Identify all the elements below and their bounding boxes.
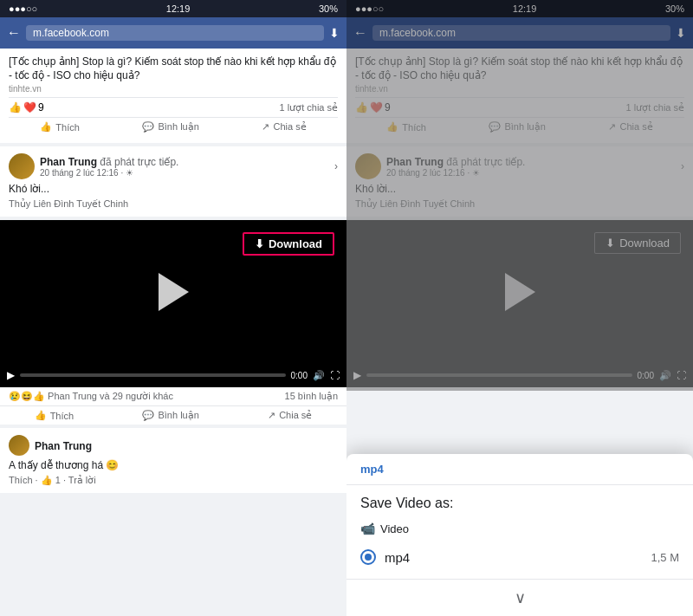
reaction-count: 9 bbox=[38, 101, 44, 113]
video-controls: ▶ 0:00 🔊 ⛶ bbox=[0, 363, 346, 387]
share-button-top[interactable]: ↗ Chia sẻ bbox=[262, 121, 306, 133]
bottom-reactions: 😢😆👍 Phan Trung và 29 người khác 15 bình … bbox=[0, 387, 346, 406]
reactions-right: 15 bình luận bbox=[285, 391, 338, 402]
avatar-img-second bbox=[9, 153, 35, 179]
post-time-second: 20 tháng 2 lúc 12:16 · ☀ bbox=[40, 168, 329, 178]
video-icon-small: 📹 bbox=[360, 522, 375, 535]
play-triangle-icon bbox=[159, 273, 189, 311]
post-subtext-second: Thủy Liên Đình Tuyết Chinh bbox=[9, 198, 338, 210]
play-button[interactable] bbox=[152, 270, 195, 314]
share-icon-btn: ↗ bbox=[262, 121, 269, 133]
bottom-actions: 👍 Thích 💬 Bình luận ↗ Chia sẻ bbox=[0, 406, 346, 425]
post-header-third: Phan Trung bbox=[9, 435, 338, 456]
actions-bar-top: 👍 Thích 💬 Bình luận ↗ Chia sẻ bbox=[9, 118, 338, 136]
avatar-img-third bbox=[9, 435, 29, 456]
post-meta-second: Phan Trung đã phát trực tiếp. 20 tháng 2… bbox=[40, 156, 329, 178]
browser-bar-left: ← m.facebook.com ⬇ bbox=[0, 17, 346, 49]
radio-inner-mp4 bbox=[365, 554, 372, 561]
signal-indicator: ●●●○○ bbox=[9, 3, 37, 14]
share-icon-bottom: ↗ bbox=[268, 410, 275, 421]
comment-button-top[interactable]: 💬 Bình luận bbox=[142, 121, 198, 133]
radio-button-mp4[interactable] bbox=[360, 549, 376, 565]
video-player[interactable]: ⬇ Download bbox=[0, 220, 346, 363]
format-section-label: 📹 Video bbox=[360, 522, 679, 535]
progress-bar[interactable] bbox=[20, 373, 286, 377]
post-text-second: Khó lời... bbox=[9, 183, 338, 195]
comment-icon-btn: 💬 bbox=[142, 121, 154, 133]
bottom-post: 😢😆👍 Phan Trung và 29 người khác 15 bình … bbox=[0, 387, 346, 425]
time-left: 12:19 bbox=[166, 3, 191, 14]
post-header-second: Phan Trung đã phát trực tiếp. 20 tháng 2… bbox=[9, 153, 338, 179]
like-button-top[interactable]: 👍 Thích bbox=[40, 121, 80, 133]
status-left: ●●●○○ bbox=[9, 3, 37, 14]
share-count-top: 1 lượt chia sẻ bbox=[280, 102, 338, 113]
status-right: 30% bbox=[319, 3, 338, 14]
download-arrow-icon: ⬇ bbox=[255, 237, 264, 250]
like-button-bottom[interactable]: 👍 Thích bbox=[35, 410, 74, 421]
poster-name-third: Phan Trung bbox=[35, 440, 92, 452]
save-video-title: Save Video as: bbox=[346, 485, 693, 516]
format-label-mp4: mp4 bbox=[385, 550, 410, 565]
comment-button-bottom[interactable]: 💬 Bình luận bbox=[142, 410, 198, 421]
status-bar-left: ●●●○○ 12:19 30% bbox=[0, 0, 346, 17]
fullscreen-icon[interactable]: ⛶ bbox=[330, 370, 340, 380]
content-area-left: [Tốc chụp ảnh] Stop là gì? Kiếm soát sto… bbox=[0, 49, 346, 616]
post-meta-third: Phan Trung bbox=[35, 438, 338, 453]
back-button-left[interactable]: ← bbox=[7, 26, 21, 40]
save-video-overlay: mp4 Save Video as: 📹 Video mp4 1,5 M ∨ bbox=[346, 454, 693, 616]
chevron-down-container[interactable]: ∨ bbox=[346, 579, 693, 616]
post-action-second: đã phát trực tiếp. bbox=[100, 156, 178, 168]
heart-icon: ❤️ bbox=[23, 101, 36, 113]
post-text-third: A thấy dễ thương há 😊 bbox=[9, 459, 338, 471]
reactions-left: 😢😆👍 Phan Trung và 29 người khác bbox=[9, 391, 173, 402]
post-meta-third-label: Thích · 👍 1 · Trả lời bbox=[9, 475, 338, 486]
comment-icon-bottom: 💬 bbox=[142, 410, 154, 421]
volume-icon[interactable]: 🔊 bbox=[313, 370, 325, 381]
chevron-right-second: › bbox=[334, 160, 338, 172]
third-post: Phan Trung A thấy dễ thương há 😊 Thích ·… bbox=[0, 428, 346, 493]
url-bar-left[interactable]: m.facebook.com bbox=[26, 25, 324, 41]
time-display: 0:00 bbox=[291, 371, 308, 380]
reaction-icons: 👍 ❤️ 9 bbox=[9, 101, 44, 113]
browser-download-icon-left[interactable]: ⬇ bbox=[329, 26, 340, 40]
avatar-third bbox=[9, 435, 29, 456]
article-source: tinhte.vn bbox=[9, 84, 338, 94]
dimmed-overlay bbox=[346, 0, 693, 391]
play-small-icon[interactable]: ▶ bbox=[7, 369, 15, 381]
like-icon-btn: 👍 bbox=[40, 121, 52, 133]
like-icon-bottom: 👍 bbox=[35, 410, 47, 421]
download-label: Download bbox=[269, 237, 322, 250]
like-icon: 👍 bbox=[9, 101, 22, 113]
format-section: 📹 Video mp4 1,5 M bbox=[346, 516, 693, 574]
battery-left: 30% bbox=[319, 3, 338, 14]
second-post: Phan Trung đã phát trực tiếp. 20 tháng 2… bbox=[0, 146, 346, 217]
left-panel: ●●●○○ 12:19 30% ← m.facebook.com ⬇ [Tốc … bbox=[0, 0, 346, 616]
right-panel: ●●●○○ 12:19 30% ← m.facebook.com ⬇ [Tốc … bbox=[346, 0, 693, 616]
article-title: [Tốc chụp ảnh] Stop là gì? Kiếm soát sto… bbox=[9, 55, 338, 82]
format-option-mp4[interactable]: mp4 1,5 M bbox=[360, 544, 679, 570]
avatar-second bbox=[9, 153, 35, 179]
reactions-bar-top: 👍 ❤️ 9 1 lượt chia sẻ bbox=[9, 97, 338, 118]
download-button-overlay[interactable]: ⬇ Download bbox=[243, 232, 334, 256]
poster-name-second: Phan Trung đã phát trực tiếp. bbox=[40, 156, 329, 168]
top-post: [Tốc chụp ảnh] Stop là gì? Kiếm soát sto… bbox=[0, 49, 346, 143]
overlay-header: mp4 bbox=[346, 454, 693, 485]
chevron-down-icon[interactable]: ∨ bbox=[515, 588, 526, 607]
share-button-bottom[interactable]: ↗ Chia sẻ bbox=[268, 410, 312, 421]
format-size-mp4: 1,5 M bbox=[651, 551, 679, 564]
